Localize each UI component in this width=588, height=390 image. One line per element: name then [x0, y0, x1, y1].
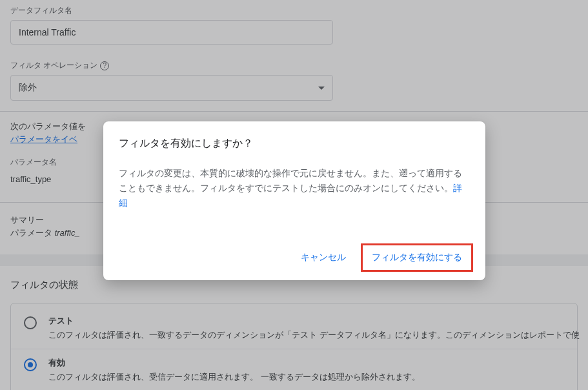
enable-filter-button[interactable]: フィルタを有効にする: [364, 247, 470, 269]
dialog-title: フィルタを有効にしますか？: [119, 137, 470, 150]
confirm-dialog: フィルタを有効にしますか？ フィルタの変更は、本質的に破壊的な操作で元に戻せませ…: [103, 121, 485, 280]
dialog-body-text: フィルタの変更は、本質的に破壊的な操作で元に戻せません。また、遡って適用すること…: [119, 168, 462, 193]
dialog-actions: キャンセル フィルタを有効にする: [119, 247, 470, 269]
dialog-body: フィルタの変更は、本質的に破壊的な操作で元に戻せません。また、遡って適用すること…: [119, 166, 470, 210]
cancel-button[interactable]: キャンセル: [293, 247, 354, 269]
